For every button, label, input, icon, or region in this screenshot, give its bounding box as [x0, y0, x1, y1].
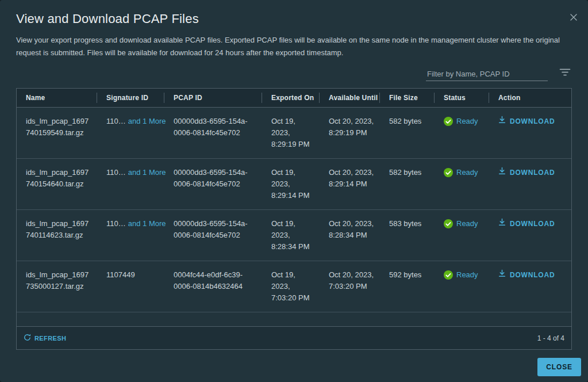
status-label: Ready: [456, 116, 478, 127]
cell-file-size: 582 bytes: [380, 158, 435, 209]
cell-pcap-id: 00000dd3-6595-154a-0006-0814fc45e702: [164, 107, 262, 158]
column-header-available-until: Available Until: [320, 89, 380, 107]
table-row: ids_lm_pcap_1697740114623.tar.gz 110…and…: [17, 209, 571, 261]
column-header-exported-on: Exported On: [262, 89, 320, 107]
status-label: Ready: [456, 167, 478, 178]
signature-id-value: 110…: [106, 219, 126, 228]
table-row: ids_lm_pcap_1697735000127.tar.gz 1107449…: [17, 261, 571, 312]
cell-exported-on: Oct 19, 2023, 8:29:14 PM: [262, 158, 320, 209]
cell-action: DOWNLOAD: [489, 261, 571, 312]
table-footer: REFRESH 1 - 4 of 4: [17, 326, 571, 349]
cell-available-until: Oct 20, 2023, 8:28:34 PM: [320, 209, 380, 261]
column-header-status: Status: [435, 89, 489, 107]
refresh-button[interactable]: REFRESH: [24, 334, 66, 342]
cell-name: ids_lm_pcap_1697735000127.tar.gz: [17, 261, 97, 312]
cell-file-size: 582 bytes: [380, 107, 435, 158]
signature-id-value: 110…: [106, 168, 126, 177]
download-icon: [498, 218, 506, 230]
ready-status-icon: [444, 168, 453, 177]
filter-row: [16, 65, 572, 81]
download-button[interactable]: DOWNLOAD: [498, 167, 555, 178]
filter-input[interactable]: [426, 67, 548, 81]
ready-status-icon: [444, 219, 453, 228]
modal-description: View your export progress and download a…: [16, 34, 571, 59]
ready-status-icon: [444, 117, 453, 126]
cell-pcap-id: 00000dd3-6595-154a-0006-0814fc45e702: [164, 158, 262, 209]
filter-icon[interactable]: [558, 67, 572, 81]
column-header-signature-id: Signature ID: [97, 89, 164, 107]
column-header-pcap-id: PCAP ID: [164, 89, 262, 107]
status-label: Ready: [456, 218, 478, 230]
download-label: DOWNLOAD: [510, 218, 555, 230]
pcap-table: Name Signature ID PCAP ID Exported On Av…: [16, 88, 572, 350]
cell-name: ids_lm_pcap_1697740154640.tar.gz: [17, 158, 97, 209]
download-button[interactable]: DOWNLOAD: [498, 218, 555, 230]
download-icon: [498, 167, 506, 178]
pcap-files-modal: View and Download PCAP Files View your e…: [0, 0, 588, 382]
cell-available-until: Oct 20, 2023, 8:29:19 PM: [320, 107, 380, 158]
signature-more-link[interactable]: and 1 More: [128, 117, 166, 125]
signature-more-link[interactable]: and 1 More: [128, 168, 166, 177]
refresh-label: REFRESH: [34, 335, 66, 342]
close-button[interactable]: CLOSE: [537, 358, 581, 376]
signature-id-value: 1107449: [106, 270, 135, 279]
table-row: ids_lm_pcap_1697740154640.tar.gz 110…and…: [17, 158, 571, 209]
download-icon: [498, 116, 506, 127]
cell-action: DOWNLOAD: [489, 107, 571, 158]
column-header-file-size: File Size: [380, 89, 435, 107]
cell-status: Ready: [435, 107, 489, 158]
pagination: 1 - 4 of 4: [537, 334, 564, 342]
cell-available-until: Oct 20, 2023, 8:29:14 PM: [320, 158, 380, 209]
download-label: DOWNLOAD: [510, 167, 555, 178]
column-header-action: Action: [489, 89, 571, 107]
signature-more-link[interactable]: and 1 More: [128, 219, 166, 228]
cell-status: Ready: [435, 158, 489, 209]
cell-exported-on: Oct 19, 2023, 8:29:19 PM: [262, 107, 320, 158]
table-empty-space: [17, 312, 571, 327]
page-title: View and Download PCAP Files: [16, 0, 572, 26]
cell-action: DOWNLOAD: [489, 209, 571, 261]
download-label: DOWNLOAD: [510, 116, 555, 127]
column-header-name: Name: [17, 89, 97, 107]
close-icon[interactable]: [567, 12, 580, 24]
refresh-icon: [24, 334, 31, 342]
status-label: Ready: [456, 269, 478, 281]
ready-status-icon: [444, 270, 453, 280]
table-row: ids_lm_pcap_1697740159549.tar.gz 110…and…: [17, 107, 571, 158]
cell-file-size: 583 bytes: [380, 209, 435, 261]
cell-signature-id: 1107449: [97, 261, 164, 312]
cell-status: Ready: [435, 209, 489, 261]
download-button[interactable]: DOWNLOAD: [498, 269, 555, 281]
cell-file-size: 592 bytes: [380, 261, 435, 312]
cell-pcap-id: 0004fc44-e0df-6c39-0006-0814b4632464: [164, 261, 262, 312]
cell-signature-id: 110…and 1 More: [97, 158, 164, 209]
table-header-row: Name Signature ID PCAP ID Exported On Av…: [17, 89, 571, 107]
modal-footer: CLOSE: [0, 350, 588, 376]
download-button[interactable]: DOWNLOAD: [498, 116, 555, 127]
cell-status: Ready: [435, 261, 489, 312]
cell-name: ids_lm_pcap_1697740159549.tar.gz: [17, 107, 97, 158]
signature-id-value: 110…: [106, 117, 126, 125]
download-icon: [498, 269, 506, 281]
cell-action: DOWNLOAD: [489, 158, 571, 209]
cell-exported-on: Oct 19, 2023, 8:28:34 PM: [262, 209, 320, 261]
cell-pcap-id: 00000dd3-6595-154a-0006-0814fc45e702: [164, 209, 262, 261]
cell-name: ids_lm_pcap_1697740114623.tar.gz: [17, 209, 97, 261]
cell-signature-id: 110…and 1 More: [97, 107, 164, 158]
download-label: DOWNLOAD: [510, 269, 555, 281]
cell-exported-on: Oct 19, 2023, 7:03:20 PM: [262, 261, 320, 312]
cell-signature-id: 110…and 1 More: [97, 209, 164, 261]
cell-available-until: Oct 20, 2023, 7:03:20 PM: [320, 261, 380, 312]
table-body: ids_lm_pcap_1697740159549.tar.gz 110…and…: [17, 107, 571, 312]
